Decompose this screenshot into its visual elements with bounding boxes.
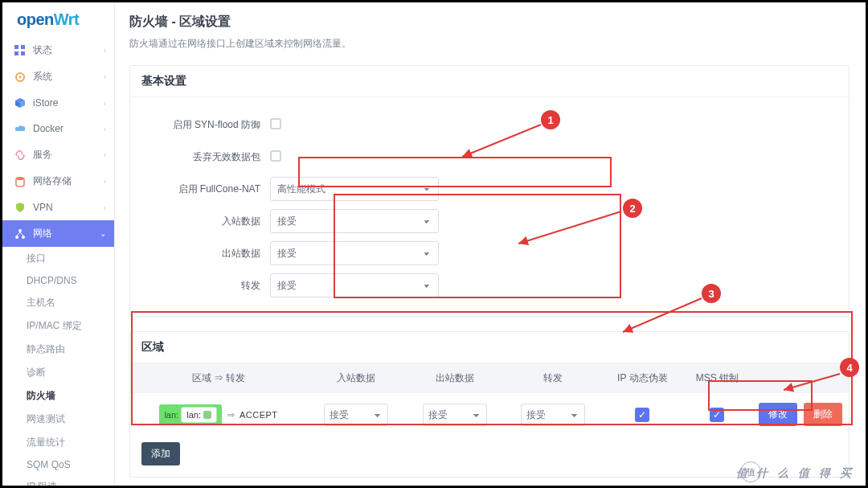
nav-label: VPN: [33, 202, 104, 213]
svg-rect-0: [14, 45, 18, 49]
zone-from-badge: lan: lan:: [159, 404, 222, 425]
nav-label: Docker: [33, 123, 104, 134]
subnav-dhcpdns[interactable]: DHCP/DNS: [2, 270, 114, 291]
page-title: 防火墙 - 区域设置: [129, 14, 850, 31]
chevron-right-icon: ›: [104, 72, 106, 81]
network-icon: [14, 228, 27, 240]
nav-network[interactable]: 网络⌄: [2, 220, 114, 247]
zone-badge: lan: lan: ⇒ ACCEPT: [159, 404, 277, 425]
logo-part2: Wrt: [54, 10, 79, 28]
row-output: 出站数据 接受: [141, 240, 837, 266]
nav-istore[interactable]: iStore›: [2, 90, 114, 116]
select-forward[interactable]: 接受: [270, 273, 439, 297]
cube-icon: [14, 96, 27, 109]
zone-row-lan: lan: lan: ⇒ ACCEPT 接受 接受 接受 ✓ ✓: [130, 393, 849, 436]
subnav-sqm[interactable]: SQM QoS: [2, 454, 114, 475]
zones-title: 区域: [130, 332, 849, 363]
th-zone-forward: 区域 ⇒ 转发: [130, 363, 307, 393]
nav-label: 网络存储: [33, 174, 104, 188]
svg-point-12: [22, 236, 25, 239]
zone-accept-label: ACCEPT: [240, 410, 278, 420]
basic-settings-panel: 基本设置 启用 SYN-flood 防御 丢弃无效数据包 启用 FullCone…: [129, 65, 850, 317]
nav-label: iStore: [33, 97, 104, 109]
chevron-right-icon: ›: [104, 150, 106, 159]
nav-label: 系统: [33, 70, 104, 84]
checkbox-masq[interactable]: ✓: [635, 408, 649, 422]
label-synflood: 启用 SYN-flood 防御: [141, 118, 270, 132]
main-nav: 状态› 系统› iStore› Docker› 服务› 网络存储› VPN› 网…: [2, 37, 114, 486]
label-input: 入站数据: [141, 215, 270, 228]
th-actions: [752, 363, 849, 393]
subnav-routes[interactable]: 静态路由: [2, 338, 114, 361]
th-forward: 转发: [504, 363, 603, 393]
database-icon: [14, 175, 27, 188]
label-fullcone: 启用 FullCone-NAT: [141, 182, 270, 196]
nav-status[interactable]: 状态›: [2, 37, 114, 64]
subnav-speedtest[interactable]: 网速测试: [2, 408, 114, 431]
select-input[interactable]: 接受: [270, 209, 439, 233]
zones-table: 区域 ⇒ 转发 入站数据 出站数据 转发 IP 动态伪装 MSS 钳制: [130, 363, 849, 436]
subnav-ipmac[interactable]: IP/MAC 绑定: [2, 314, 114, 338]
chevron-right-icon: ›: [104, 99, 106, 108]
edit-button[interactable]: 修改: [759, 403, 797, 426]
cloud-icon: [14, 122, 27, 135]
zones-panel: 区域 区域 ⇒ 转发 入站数据 出站数据 转发 IP 动态伪装 MSS 钳制: [129, 331, 850, 478]
chevron-down-icon: ⌄: [100, 229, 106, 238]
delete-button[interactable]: 删除: [804, 403, 842, 426]
zone-output-select[interactable]: 接受: [423, 404, 487, 426]
subnav-traffic[interactable]: 流量统计: [2, 431, 114, 454]
label-dropinvalid: 丢弃无效数据包: [141, 150, 270, 164]
nav-label: 服务: [33, 148, 104, 162]
svg-point-9: [16, 177, 24, 180]
subnav-hostnames[interactable]: 主机名: [2, 291, 114, 314]
chevron-right-icon: ›: [104, 46, 106, 55]
th-masq: IP 动态伪装: [603, 363, 682, 393]
shield-icon: [14, 201, 27, 214]
subnav: 接口 DHCP/DNS 主机名 IP/MAC 绑定 静态路由 诊断 防火墙 网速…: [2, 247, 114, 486]
svg-point-10: [18, 229, 22, 232]
subnav-firewall[interactable]: 防火墙: [2, 384, 114, 408]
label-forward: 转发: [141, 279, 270, 293]
row-synflood: 启用 SYN-flood 防御: [141, 112, 837, 137]
zone-inner-icon: [203, 411, 211, 419]
chevron-right-icon: ›: [104, 125, 106, 133]
chevron-right-icon: ›: [104, 203, 106, 212]
checkbox-dropinvalid[interactable]: [270, 150, 281, 162]
logo-part1: open: [17, 10, 54, 28]
subnav-iplimit[interactable]: IP 限速: [2, 475, 114, 486]
row-dropinvalid: 丢弃无效数据包: [141, 144, 837, 170]
th-input: 入站数据: [307, 363, 406, 393]
svg-rect-2: [14, 51, 18, 55]
basic-settings-title: 基本设置: [130, 66, 849, 97]
nav-vpn[interactable]: VPN›: [2, 195, 114, 220]
nav-docker[interactable]: Docker›: [2, 116, 114, 141]
watermark-text: 值 什 么 值 得 买: [736, 466, 854, 481]
gear-icon: [14, 71, 27, 84]
subnav-diag[interactable]: 诊断: [2, 361, 114, 384]
checkbox-synflood[interactable]: [270, 118, 281, 129]
link-icon: [14, 149, 27, 162]
grid-icon: [14, 44, 27, 57]
subnav-interfaces[interactable]: 接口: [2, 247, 114, 270]
zone-forward-select[interactable]: 接受: [521, 404, 585, 426]
nav-services[interactable]: 服务›: [2, 141, 114, 168]
label-output: 出站数据: [141, 247, 270, 260]
select-fullcone[interactable]: 高性能模式: [270, 177, 439, 201]
zone-input-select[interactable]: 接受: [324, 404, 388, 426]
svg-rect-3: [21, 51, 25, 55]
svg-rect-1: [21, 45, 25, 49]
checkbox-mss[interactable]: ✓: [710, 408, 724, 422]
add-button[interactable]: 添加: [141, 442, 180, 465]
th-output: 出站数据: [406, 363, 505, 393]
svg-point-11: [15, 236, 18, 239]
select-output[interactable]: 接受: [270, 241, 439, 265]
sidebar: openWrt 状态› 系统› iStore› Docker› 服务› 网络存储…: [2, 2, 115, 486]
nav-system[interactable]: 系统›: [2, 64, 114, 90]
arrow-icon: ⇒: [227, 409, 235, 420]
nav-storage[interactable]: 网络存储›: [2, 168, 114, 195]
th-mss: MSS 钳制: [682, 363, 752, 393]
page-description: 防火墙通过在网络接口上创建区域来控制网络流量。: [129, 37, 850, 51]
nav-label: 状态: [33, 43, 104, 57]
zones-header-row: 区域 ⇒ 转发 入站数据 出站数据 转发 IP 动态伪装 MSS 钳制: [130, 363, 849, 393]
chevron-right-icon: ›: [104, 177, 106, 186]
